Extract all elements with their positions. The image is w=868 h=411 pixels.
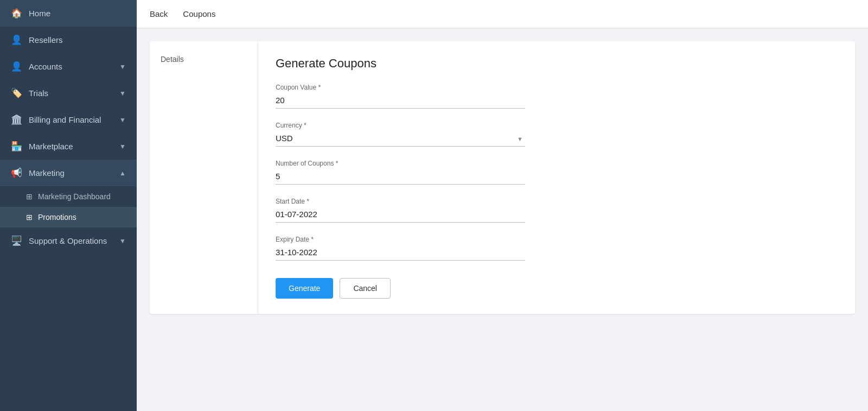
sidebar-item-label: Trials: [29, 88, 113, 98]
breadcrumb-current: Coupons: [176, 6, 222, 22]
sidebar-item-label: Resellers: [29, 35, 126, 45]
sidebar-item-marketing[interactable]: 📢 Marketing ▲: [0, 160, 137, 186]
topbar: Back Coupons: [137, 0, 868, 28]
chevron-down-icon: ▼: [119, 90, 126, 97]
sidebar-item-label: Marketplace: [29, 142, 113, 151]
dashboard-icon: ⊞: [26, 192, 33, 201]
expiry-date-label: Expiry Date *: [276, 236, 838, 243]
number-of-coupons-input[interactable]: [276, 169, 525, 185]
sidebar-item-resellers[interactable]: 👤 Resellers: [0, 27, 137, 53]
sidebar-item-support[interactable]: 🖥️ Support & Operations ▼: [0, 227, 137, 254]
coupon-value-input[interactable]: [276, 93, 525, 109]
start-date-wrapper: [276, 207, 525, 223]
generate-button[interactable]: Generate: [276, 278, 333, 299]
number-of-coupons-label: Number of Coupons *: [276, 160, 838, 167]
sidebar-sub-item-marketing-dashboard[interactable]: ⊞ Marketing Dashboard: [0, 186, 137, 207]
expiry-date-input[interactable]: [276, 245, 525, 261]
accounts-icon: 👤: [11, 61, 22, 72]
sidebar: 🏠 Home 👤 Resellers 👤 Accounts ▼ 🏷️ Trial…: [0, 0, 137, 411]
card-sidebar-label: Details: [161, 55, 184, 64]
sidebar-item-label: Support & Operations: [29, 236, 113, 245]
marketing-icon: 📢: [11, 167, 22, 179]
marketplace-icon: 🏪: [11, 141, 22, 152]
start-date-input[interactable]: [276, 207, 525, 223]
expiry-date-wrapper: [276, 245, 525, 261]
sidebar-item-label: Accounts: [29, 62, 113, 71]
sidebar-item-billing[interactable]: 🏛️ Billing and Financial ▼: [0, 106, 137, 133]
support-icon: 🖥️: [11, 235, 22, 246]
back-button[interactable]: Back: [150, 6, 174, 22]
start-date-label: Start Date *: [276, 198, 838, 205]
coupon-value-label: Coupon Value *: [276, 84, 838, 91]
home-icon: 🏠: [11, 8, 22, 19]
promotions-icon: ⊞: [26, 213, 33, 222]
form-card: Details Generate Coupons Coupon Value * …: [150, 41, 855, 314]
card-body: Generate Coupons Coupon Value * Currency…: [258, 41, 855, 314]
expiry-date-group: Expiry Date *: [276, 236, 838, 261]
chevron-down-icon: ▼: [119, 143, 126, 150]
card-sidebar: Details: [150, 41, 258, 314]
sidebar-item-label: Home: [29, 9, 126, 18]
chevron-up-icon: ▲: [119, 169, 126, 177]
resellers-icon: 👤: [11, 34, 22, 46]
currency-group: Currency * USD EUR GBP CAD AUD ▼: [276, 122, 838, 147]
currency-label: Currency *: [276, 122, 838, 129]
billing-icon: 🏛️: [11, 114, 22, 125]
cancel-button[interactable]: Cancel: [340, 278, 391, 299]
sidebar-item-home[interactable]: 🏠 Home: [0, 0, 137, 27]
form-actions: Generate Cancel: [276, 278, 838, 299]
coupon-value-group: Coupon Value *: [276, 84, 838, 109]
form-title: Generate Coupons: [276, 56, 838, 71]
sidebar-sub-item-promotions[interactable]: ⊞ Promotions: [0, 207, 137, 227]
sidebar-item-marketplace[interactable]: 🏪 Marketplace ▼: [0, 133, 137, 160]
trials-icon: 🏷️: [11, 87, 22, 99]
currency-select-wrapper: USD EUR GBP CAD AUD ▼: [276, 131, 525, 147]
chevron-down-icon: ▼: [119, 63, 126, 71]
content-area: Details Generate Coupons Coupon Value * …: [137, 28, 868, 411]
sidebar-item-trials[interactable]: 🏷️ Trials ▼: [0, 80, 137, 106]
sidebar-item-label: Marketing: [29, 168, 113, 178]
chevron-down-icon: ▼: [119, 116, 126, 124]
sidebar-item-label: Billing and Financial: [29, 115, 113, 124]
sidebar-sub-item-label: Marketing Dashboard: [38, 192, 111, 201]
number-of-coupons-group: Number of Coupons *: [276, 160, 838, 185]
currency-select[interactable]: USD EUR GBP CAD AUD: [276, 131, 525, 147]
sidebar-sub-item-label: Promotions: [38, 213, 76, 222]
chevron-down-icon: ▼: [119, 237, 126, 245]
sidebar-item-accounts[interactable]: 👤 Accounts ▼: [0, 53, 137, 80]
main-content: Back Coupons Details Generate Coupons Co…: [137, 0, 868, 411]
start-date-group: Start Date *: [276, 198, 838, 223]
